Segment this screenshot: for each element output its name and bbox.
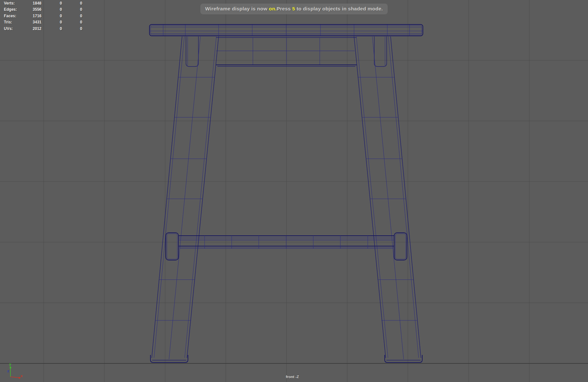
viewport-canvas[interactable]: yxz [0,0,588,382]
hud-stat-total: 3556 [23,7,41,13]
hud-stat-label: Tris: [4,19,23,25]
hud-stat-label: UVs: [4,26,23,32]
hud-stat-label: Verts: [4,0,23,7]
hud-row: UVs:201200 [0,26,82,32]
hud-stat-label: Faces: [4,13,23,19]
hud-row: Verts:184800 [0,0,82,7]
axis-gizmo: yxz [7,362,23,379]
axis-label-x: x [21,374,23,378]
hud-row: Tris:343100 [0,19,82,25]
poly-count-hud: Verts:184800Edges:355600Faces:171600Tris… [0,0,82,32]
hud-stat-total: 1716 [23,13,41,19]
hud-row: Edges:355600 [0,7,82,13]
hud-stat-col4: 0 [62,13,82,19]
hud-stat-col3: 0 [41,26,62,32]
hud-stat-col4: 0 [62,0,82,7]
hud-stat-col4: 0 [62,7,82,13]
grid [0,0,588,382]
axis-label-z: z [7,369,9,373]
wireframe-model [149,24,423,362]
hud-stat-col3: 0 [41,0,62,7]
hud-stat-total: 1848 [23,0,41,7]
viewport-3d[interactable]: yxz Verts:184800Edges:355600Faces:171600… [0,0,588,382]
hud-stat-col4: 0 [62,26,82,32]
hud-row: Faces:171600 [0,13,82,19]
hud-stat-col4: 0 [62,19,82,25]
hud-stat-total: 3431 [23,19,41,25]
hud-stat-label: Edges: [4,7,23,13]
view-axis-label: front -Z [286,375,299,379]
hud-stat-col3: 0 [41,19,62,25]
hud-stat-col3: 0 [41,13,62,19]
hud-stat-total: 2012 [23,26,41,32]
axis-label-y: y [9,362,11,366]
hud-stat-col3: 0 [41,7,62,13]
